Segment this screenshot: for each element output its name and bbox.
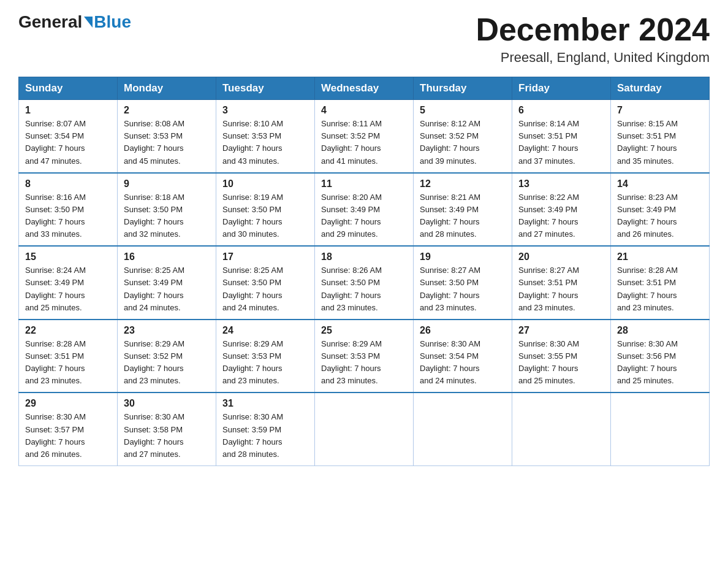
col-header-sunday: Sunday bbox=[19, 77, 118, 100]
day-info: Sunrise: 8:29 AMSunset: 3:52 PMDaylight:… bbox=[124, 338, 210, 388]
day-info: Sunrise: 8:30 AMSunset: 3:56 PMDaylight:… bbox=[617, 338, 703, 388]
day-info: Sunrise: 8:23 AMSunset: 3:49 PMDaylight:… bbox=[617, 191, 703, 241]
day-info: Sunrise: 8:22 AMSunset: 3:49 PMDaylight:… bbox=[518, 191, 604, 241]
day-number: 15 bbox=[25, 251, 111, 262]
col-header-tuesday: Tuesday bbox=[216, 77, 315, 100]
day-info: Sunrise: 8:30 AMSunset: 3:54 PMDaylight:… bbox=[420, 338, 506, 388]
day-info: Sunrise: 8:26 AMSunset: 3:50 PMDaylight:… bbox=[321, 264, 407, 314]
day-info: Sunrise: 8:30 AMSunset: 3:57 PMDaylight:… bbox=[25, 411, 111, 461]
day-info: Sunrise: 8:15 AMSunset: 3:51 PMDaylight:… bbox=[617, 118, 703, 167]
day-number: 23 bbox=[124, 325, 210, 336]
col-header-thursday: Thursday bbox=[414, 77, 512, 100]
day-number: 11 bbox=[321, 178, 407, 190]
day-number: 26 bbox=[420, 325, 506, 336]
calendar-cell: 17Sunrise: 8:25 AMSunset: 3:50 PMDayligh… bbox=[216, 246, 315, 320]
day-info: Sunrise: 8:28 AMSunset: 3:51 PMDaylight:… bbox=[617, 264, 703, 314]
day-number: 5 bbox=[420, 105, 506, 116]
calendar-cell: 28Sunrise: 8:30 AMSunset: 3:56 PMDayligh… bbox=[611, 320, 710, 393]
day-info: Sunrise: 8:19 AMSunset: 3:50 PMDaylight:… bbox=[222, 191, 308, 241]
calendar-cell: 11Sunrise: 8:20 AMSunset: 3:49 PMDayligh… bbox=[315, 173, 414, 247]
calendar-cell: 18Sunrise: 8:26 AMSunset: 3:50 PMDayligh… bbox=[315, 246, 414, 320]
calendar-cell: 12Sunrise: 8:21 AMSunset: 3:49 PMDayligh… bbox=[414, 173, 512, 247]
day-info: Sunrise: 8:18 AMSunset: 3:50 PMDaylight:… bbox=[124, 191, 210, 241]
calendar-cell: 31Sunrise: 8:30 AMSunset: 3:59 PMDayligh… bbox=[216, 393, 315, 465]
day-info: Sunrise: 8:24 AMSunset: 3:49 PMDaylight:… bbox=[25, 264, 111, 314]
col-header-wednesday: Wednesday bbox=[315, 77, 414, 100]
calendar-cell: 25Sunrise: 8:29 AMSunset: 3:53 PMDayligh… bbox=[315, 320, 414, 393]
calendar-cell: 8Sunrise: 8:16 AMSunset: 3:50 PMDaylight… bbox=[19, 173, 118, 247]
logo-blue-text: Blue bbox=[94, 12, 131, 32]
day-number: 25 bbox=[321, 325, 407, 336]
day-info: Sunrise: 8:20 AMSunset: 3:49 PMDaylight:… bbox=[321, 191, 407, 241]
day-number: 28 bbox=[617, 325, 703, 336]
calendar-header-row: SundayMondayTuesdayWednesdayThursdayFrid… bbox=[19, 77, 710, 100]
day-number: 22 bbox=[25, 325, 111, 336]
calendar-cell: 2Sunrise: 8:08 AMSunset: 3:53 PMDaylight… bbox=[118, 100, 216, 173]
day-info: Sunrise: 8:30 AMSunset: 3:59 PMDaylight:… bbox=[222, 411, 308, 461]
day-info: Sunrise: 8:29 AMSunset: 3:53 PMDaylight:… bbox=[321, 338, 407, 388]
logo-general-text: General bbox=[18, 12, 82, 32]
day-number: 21 bbox=[617, 251, 703, 262]
day-number: 8 bbox=[25, 178, 111, 190]
day-info: Sunrise: 8:21 AMSunset: 3:49 PMDaylight:… bbox=[420, 191, 506, 241]
day-number: 30 bbox=[124, 398, 210, 409]
day-number: 3 bbox=[222, 105, 308, 116]
calendar-cell: 29Sunrise: 8:30 AMSunset: 3:57 PMDayligh… bbox=[19, 393, 118, 465]
day-number: 10 bbox=[222, 178, 308, 190]
calendar-cell: 19Sunrise: 8:27 AMSunset: 3:50 PMDayligh… bbox=[414, 246, 512, 320]
day-number: 7 bbox=[617, 105, 703, 116]
month-title: December 2024 bbox=[476, 12, 710, 47]
calendar-cell: 3Sunrise: 8:10 AMSunset: 3:53 PMDaylight… bbox=[216, 100, 315, 173]
calendar-cell: 21Sunrise: 8:28 AMSunset: 3:51 PMDayligh… bbox=[611, 246, 710, 320]
day-number: 29 bbox=[25, 398, 111, 409]
day-info: Sunrise: 8:27 AMSunset: 3:50 PMDaylight:… bbox=[420, 264, 506, 314]
calendar-cell: 20Sunrise: 8:27 AMSunset: 3:51 PMDayligh… bbox=[512, 246, 611, 320]
day-info: Sunrise: 8:16 AMSunset: 3:50 PMDaylight:… bbox=[25, 191, 111, 241]
calendar-cell: 27Sunrise: 8:30 AMSunset: 3:55 PMDayligh… bbox=[512, 320, 611, 393]
day-number: 17 bbox=[222, 251, 308, 262]
day-info: Sunrise: 8:08 AMSunset: 3:53 PMDaylight:… bbox=[124, 118, 210, 167]
col-header-friday: Friday bbox=[512, 77, 611, 100]
day-number: 2 bbox=[124, 105, 210, 116]
calendar-cell: 1Sunrise: 8:07 AMSunset: 3:54 PMDaylight… bbox=[19, 100, 118, 173]
calendar-week-row: 8Sunrise: 8:16 AMSunset: 3:50 PMDaylight… bbox=[19, 173, 710, 247]
logo-arrow-icon bbox=[84, 17, 93, 28]
calendar-week-row: 1Sunrise: 8:07 AMSunset: 3:54 PMDaylight… bbox=[19, 100, 710, 173]
calendar-cell: 5Sunrise: 8:12 AMSunset: 3:52 PMDaylight… bbox=[414, 100, 512, 173]
calendar-cell: 10Sunrise: 8:19 AMSunset: 3:50 PMDayligh… bbox=[216, 173, 315, 247]
day-info: Sunrise: 8:28 AMSunset: 3:51 PMDaylight:… bbox=[25, 338, 111, 388]
calendar-cell: 15Sunrise: 8:24 AMSunset: 3:49 PMDayligh… bbox=[19, 246, 118, 320]
col-header-monday: Monday bbox=[118, 77, 216, 100]
day-info: Sunrise: 8:11 AMSunset: 3:52 PMDaylight:… bbox=[321, 118, 407, 167]
calendar-cell: 22Sunrise: 8:28 AMSunset: 3:51 PMDayligh… bbox=[19, 320, 118, 393]
calendar-cell bbox=[611, 393, 710, 465]
calendar-cell: 16Sunrise: 8:25 AMSunset: 3:49 PMDayligh… bbox=[118, 246, 216, 320]
day-info: Sunrise: 8:14 AMSunset: 3:51 PMDaylight:… bbox=[518, 118, 604, 167]
day-info: Sunrise: 8:07 AMSunset: 3:54 PMDaylight:… bbox=[25, 118, 111, 167]
day-number: 27 bbox=[518, 325, 604, 336]
col-header-saturday: Saturday bbox=[611, 77, 710, 100]
calendar-cell: 7Sunrise: 8:15 AMSunset: 3:51 PMDaylight… bbox=[611, 100, 710, 173]
day-number: 6 bbox=[518, 105, 604, 116]
day-number: 20 bbox=[518, 251, 604, 262]
calendar-cell: 24Sunrise: 8:29 AMSunset: 3:53 PMDayligh… bbox=[216, 320, 315, 393]
day-number: 19 bbox=[420, 251, 506, 262]
calendar-cell: 26Sunrise: 8:30 AMSunset: 3:54 PMDayligh… bbox=[414, 320, 512, 393]
day-number: 4 bbox=[321, 105, 407, 116]
calendar-table: SundayMondayTuesdayWednesdayThursdayFrid… bbox=[18, 77, 710, 466]
day-number: 12 bbox=[420, 178, 506, 190]
calendar-cell: 14Sunrise: 8:23 AMSunset: 3:49 PMDayligh… bbox=[611, 173, 710, 247]
calendar-week-row: 29Sunrise: 8:30 AMSunset: 3:57 PMDayligh… bbox=[19, 393, 710, 465]
calendar-cell: 13Sunrise: 8:22 AMSunset: 3:49 PMDayligh… bbox=[512, 173, 611, 247]
calendar-cell bbox=[512, 393, 611, 465]
calendar-cell bbox=[315, 393, 414, 465]
day-number: 14 bbox=[617, 178, 703, 190]
day-info: Sunrise: 8:25 AMSunset: 3:50 PMDaylight:… bbox=[222, 264, 308, 314]
day-number: 13 bbox=[518, 178, 604, 190]
day-number: 1 bbox=[25, 105, 111, 116]
day-number: 16 bbox=[124, 251, 210, 262]
day-info: Sunrise: 8:27 AMSunset: 3:51 PMDaylight:… bbox=[518, 264, 604, 314]
calendar-cell: 9Sunrise: 8:18 AMSunset: 3:50 PMDaylight… bbox=[118, 173, 216, 247]
day-number: 9 bbox=[124, 178, 210, 190]
day-number: 31 bbox=[222, 398, 308, 409]
